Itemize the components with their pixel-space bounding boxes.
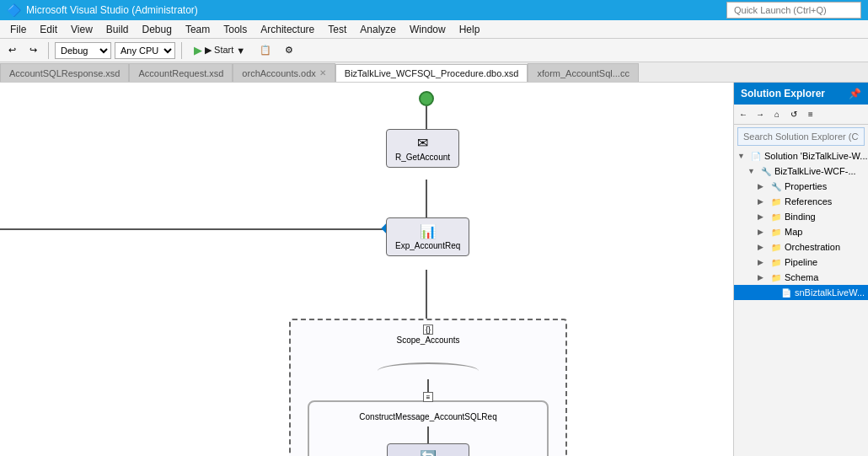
tab-biztalk-wcfsql[interactable]: BizTalkLive_WCFSQL_Procedure.dbo.xsd	[335, 64, 528, 83]
node-transform[interactable]: 🔄 Transform_Acc...	[316, 443, 540, 456]
arrow-references: ▶	[758, 197, 768, 206]
tree-item-orchestration[interactable]: ▶ 📁 Orchestration	[734, 239, 868, 255]
tree-item-properties[interactable]: ▶ 🔧 Properties	[734, 179, 868, 194]
solution-explorer-search[interactable]	[737, 127, 865, 146]
se-back-btn[interactable]: ←	[736, 107, 751, 122]
arrow-map: ▶	[758, 228, 768, 236]
connector-receive-expr	[426, 180, 427, 217]
tab-xform[interactable]: xform_AccountSql...cc	[528, 63, 638, 82]
solution-explorer-title: Solution Explorer 📌	[734, 83, 868, 105]
sn-biztalk-label: snBiztalkLiveW...	[795, 287, 865, 298]
menu-debug[interactable]: Debug	[136, 22, 179, 37]
tab-bar: AccountSQLResponse.xsd AccountRequest.xs…	[0, 62, 868, 83]
menu-architecture[interactable]: Architecture	[254, 22, 321, 37]
title-bar-right	[726, 2, 861, 19]
tree-item-solution[interactable]: ▼ 📄 Solution 'BizTalkLive-W...	[734, 148, 868, 164]
extra-toolbar-btn-2[interactable]: ⚙	[280, 42, 298, 58]
pipeline-label: Pipeline	[785, 257, 817, 267]
menu-window[interactable]: Window	[403, 22, 453, 37]
platform-select[interactable]: Any CPU	[115, 42, 175, 59]
horizontal-line	[0, 228, 385, 230]
start-button[interactable]: ▶ ▶ Start ▼	[188, 41, 251, 59]
extra-toolbar-btn[interactable]: 📋	[255, 42, 276, 58]
menu-help[interactable]: Help	[453, 22, 487, 37]
menu-test[interactable]: Test	[321, 22, 353, 37]
scope-label: Scope_Accounts	[291, 335, 565, 345]
node-exp-account-req[interactable]: 📊 Exp_AccountReq	[386, 217, 469, 256]
arrow-binding: ▶	[758, 212, 768, 221]
arrow-orchestration: ▶	[758, 243, 768, 251]
menu-file[interactable]: File	[3, 22, 33, 37]
se-refresh-btn[interactable]: ↺	[786, 107, 801, 122]
tab-close-orch[interactable]: ✕	[319, 68, 326, 78]
tree-item-pipeline[interactable]: ▶ 📁 Pipeline	[734, 255, 868, 270]
quick-launch-input[interactable]	[726, 2, 861, 19]
arrow-properties: ▶	[758, 182, 768, 190]
orchestration-folder-icon: 📁	[769, 240, 783, 254]
redo-button[interactable]: ↪	[24, 42, 42, 58]
tree-item-binding[interactable]: ▶ 📁 Binding	[734, 209, 868, 224]
references-folder-icon: 📁	[769, 195, 783, 208]
title-bar-text: Microsoft Visual Studio (Administrator)	[26, 4, 198, 16]
properties-folder-icon: 🔧	[769, 180, 783, 193]
tab-label: AccountRequest.xsd	[138, 68, 223, 78]
start-node	[419, 91, 434, 106]
solution-explorer-tree: ▼ 📄 Solution 'BizTalkLive-W... ▼ 🔧 BizTa…	[734, 148, 868, 456]
undo-button[interactable]: ↩	[3, 42, 21, 58]
construct-box: ≡ ConstructMessage_AccountSQLReq 🔄 Trans…	[308, 400, 549, 456]
sn-biztalk-icon: 📄	[780, 286, 793, 299]
map-label: Map	[785, 227, 802, 237]
toolbar-separator-1	[48, 42, 49, 59]
vs-icon: 🔷	[7, 3, 21, 17]
properties-label: Properties	[785, 181, 827, 191]
menu-tools[interactable]: Tools	[217, 22, 254, 37]
tree-item-sn-biztalk[interactable]: 📄 snBiztalkLiveW...	[734, 285, 868, 300]
arrow-pipeline: ▶	[758, 258, 768, 266]
toolbar-separator-2	[181, 42, 182, 59]
toolbar: ↩ ↪ Debug Release Any CPU ▶ ▶ Start ▼ 📋 …	[0, 39, 868, 62]
map-folder-icon: 📁	[769, 225, 783, 239]
project-label: BizTalkLive-WCF-...	[774, 166, 856, 176]
connector-start-receive	[426, 106, 427, 129]
tab-label: AccountSQLResponse.xsd	[9, 68, 120, 78]
tab-label: BizTalkLive_WCFSQL_Procedure.dbo.xsd	[345, 68, 519, 78]
play-icon: ▶	[194, 44, 202, 56]
menu-edit[interactable]: Edit	[33, 22, 64, 37]
menu-analyze[interactable]: Analyze	[353, 22, 403, 37]
solution-explorer: Solution Explorer 📌 ← → ⌂ ↺ ≡ ▼ 📄 Soluti…	[733, 83, 868, 456]
se-collapse-btn[interactable]: ≡	[803, 107, 818, 122]
start-dropdown-icon: ▼	[236, 46, 245, 56]
tree-item-project[interactable]: ▼ 🔧 BizTalkLive-WCF-...	[734, 164, 868, 179]
se-toolbar: ← → ⌂ ↺ ≡	[734, 105, 868, 125]
pipeline-folder-icon: 📁	[769, 255, 783, 269]
schema-label: Schema	[785, 272, 818, 282]
tree-item-references[interactable]: ▶ 📁 References	[734, 194, 868, 209]
se-home-btn[interactable]: ⌂	[769, 107, 785, 122]
tree-item-schema[interactable]: ▶ 📁 Schema	[734, 270, 868, 285]
se-pin-icon[interactable]: 📌	[849, 88, 861, 99]
tab-label: xform_AccountSql...cc	[537, 68, 629, 78]
start-label: ▶ Start	[205, 45, 233, 56]
tab-account-sql-response[interactable]: AccountSQLResponse.xsd	[0, 63, 129, 82]
scope-box: {} Scope_Accounts ≡ ConstructMessage_Acc…	[289, 319, 567, 456]
orchestration-label: Orchestration	[785, 242, 840, 252]
menu-team[interactable]: Team	[179, 22, 217, 37]
construct-label: ConstructMessage_AccountSQLReq	[316, 412, 540, 421]
canvas-area[interactable]: ✉ R_GetAccount 📊 Exp_AccountReq {} Scope…	[0, 83, 733, 456]
connector-construct-transform	[427, 426, 429, 443]
se-title-text: Solution Explorer	[741, 88, 825, 99]
se-forward-btn[interactable]: →	[753, 107, 768, 122]
menu-build[interactable]: Build	[99, 22, 136, 37]
arrow-solution: ▼	[737, 152, 747, 160]
debug-mode-select[interactable]: Debug Release	[55, 42, 111, 59]
tree-item-map[interactable]: ▶ 📁 Map	[734, 224, 868, 239]
tab-account-request[interactable]: AccountRequest.xsd	[129, 63, 233, 82]
se-search-wrap	[734, 125, 868, 148]
menu-view[interactable]: View	[64, 22, 99, 37]
tab-orch-accounts[interactable]: orchAccounts.odx ✕	[233, 63, 335, 82]
arrow-project: ▼	[747, 167, 758, 175]
connector-expr-scope	[426, 270, 427, 319]
project-icon: 🔧	[759, 164, 773, 178]
node-r-get-account[interactable]: ✉ R_GetAccount	[386, 129, 459, 168]
binding-folder-icon: 📁	[769, 210, 783, 223]
